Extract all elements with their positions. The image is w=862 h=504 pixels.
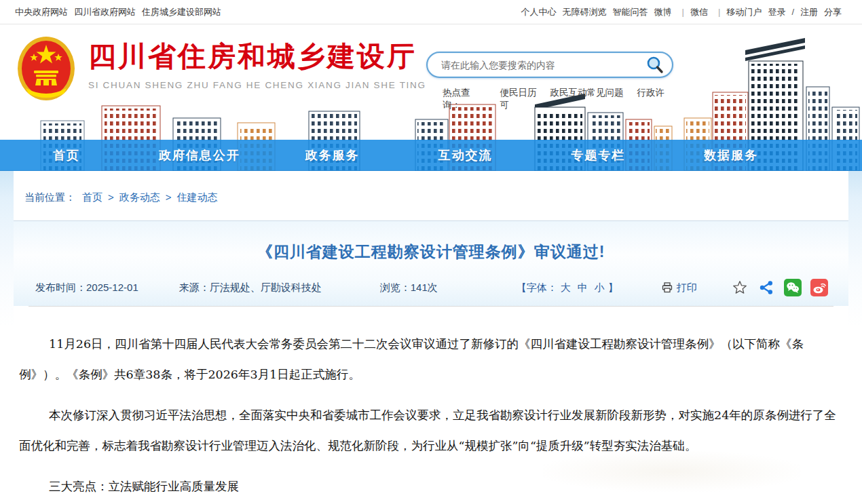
breadcrumb-link[interactable]: 住建动态 bbox=[177, 191, 218, 203]
breadcrumb: 当前位置： 首页>政务动态>住建动态 bbox=[14, 171, 848, 220]
separator: / bbox=[791, 7, 794, 17]
topbar-link[interactable]: 无障碍浏览 bbox=[563, 6, 607, 18]
article-paragraph: 本次修订深入贯彻习近平法治思想，全面落实中央和省委城市工作会议要求，立足我省勘察… bbox=[19, 400, 839, 461]
search-button[interactable] bbox=[645, 55, 665, 75]
hot-queries-label: 热点查询： bbox=[443, 87, 485, 111]
article-meta-row: 发布时间：2025-12-01 来源：厅法规处、厅勘设科技处 浏览：141次 【… bbox=[14, 279, 848, 306]
hot-query-links: 便民日历政民互动常见问题行政许可 bbox=[500, 87, 673, 111]
search-icon bbox=[645, 55, 665, 75]
topbar-right-links: 个人中心无障碍浏览智能问答微博|微信|移动门户登录/注册分享 bbox=[515, 6, 842, 18]
favorite-star-icon[interactable] bbox=[731, 279, 749, 296]
national-emblem-icon bbox=[16, 35, 76, 102]
article-paragraph: 三大亮点：立法赋能行业高质量发展 bbox=[19, 471, 839, 502]
search-input[interactable] bbox=[440, 59, 645, 71]
article-title: 《四川省建设工程勘察设计管理条例》审议通过! bbox=[14, 241, 848, 263]
topbar-link[interactable]: 微信 bbox=[690, 6, 708, 18]
nav-item-1[interactable]: 首页 bbox=[0, 140, 133, 170]
breadcrumb-separator: > bbox=[166, 191, 172, 203]
nav-item-3[interactable]: 政务服务 bbox=[266, 140, 399, 170]
content-card: 当前位置： 首页>政务动态>住建动态 《四川省建设工程勘察设计管理条例》审议通过… bbox=[14, 171, 848, 504]
topbar-link[interactable]: 智能问答 bbox=[613, 6, 648, 18]
topbar-link[interactable]: 住房城乡建设部网站 bbox=[142, 6, 221, 18]
font-size-control: 【字体：大中小】 bbox=[517, 282, 618, 294]
font-size-option[interactable]: 大 bbox=[561, 282, 571, 293]
nav-item-5[interactable]: 专题专栏 bbox=[531, 140, 664, 170]
separator: | bbox=[716, 7, 720, 17]
view-count: 浏览：141次 bbox=[380, 282, 438, 294]
topbar-link[interactable]: 个人中心 bbox=[521, 6, 557, 18]
breadcrumb-link[interactable]: 政务动态 bbox=[119, 191, 160, 203]
topbar-link[interactable]: 四川省政府网站 bbox=[74, 6, 136, 18]
article-body: 11月26日，四川省第十四届人民代表大会常务委员会第二十二次会议审议通过了新修订… bbox=[14, 307, 848, 502]
share-icon[interactable] bbox=[757, 279, 775, 296]
topbar-left-links: 中央政府网站四川省政府网站住房城乡建设部网站 bbox=[15, 6, 227, 18]
wechat-icon[interactable] bbox=[784, 279, 802, 296]
nav-item-4[interactable]: 互动交流 bbox=[398, 140, 531, 170]
nav-item-6[interactable]: 数据服务 bbox=[664, 140, 798, 170]
hot-query-link[interactable]: 便民日历 bbox=[500, 88, 536, 98]
article-paragraph: 11月26日，四川省第十四届人民代表大会常务委员会第二十二次会议审议通过了新修订… bbox=[19, 329, 839, 390]
breadcrumb-label: 当前位置： bbox=[24, 191, 75, 204]
article-title-box: 《四川省建设工程勘察设计管理条例》审议通过! 发布时间：2025-12-01 来… bbox=[14, 220, 848, 306]
font-size-option[interactable]: 小 bbox=[595, 282, 605, 293]
breadcrumb-separator: > bbox=[108, 191, 114, 203]
site-name-pinyin: SI CHUAN SHENG ZHU FANG HE CHENG XIANG J… bbox=[88, 80, 426, 90]
topbar-link[interactable]: 登录 bbox=[768, 6, 785, 18]
separator: | bbox=[680, 7, 684, 17]
share-icon-row bbox=[731, 279, 828, 296]
topbar-link[interactable]: 移动门户 bbox=[726, 6, 762, 18]
main-nav: 首页政府信息公开政务服务互动交流专题专栏数据服务 bbox=[0, 140, 862, 171]
article-source: 来源：厅法规处、厅勘设科技处 bbox=[179, 282, 322, 294]
printer-icon bbox=[662, 282, 673, 293]
search-box bbox=[426, 52, 673, 78]
site-name: 四川省住房和城乡建设厅 bbox=[88, 41, 426, 72]
site-logo[interactable]: 四川省住房和城乡建设厅 SI CHUAN SHENG ZHU FANG HE C… bbox=[16, 35, 426, 102]
topbar-link[interactable]: 中央政府网站 bbox=[15, 6, 68, 18]
nav-item-2[interactable]: 政府信息公开 bbox=[133, 140, 266, 170]
breadcrumb-link[interactable]: 首页 bbox=[82, 191, 102, 203]
hot-query-link[interactable]: 政民互动常见问题 bbox=[550, 88, 623, 98]
font-size-option[interactable]: 中 bbox=[578, 282, 588, 293]
publish-time: 发布时间：2025-12-01 bbox=[35, 282, 138, 294]
site-header: 四川省住房和城乡建设厅 SI CHUAN SHENG ZHU FANG HE C… bbox=[0, 24, 862, 171]
topbar-link[interactable]: 注册 bbox=[800, 6, 818, 18]
top-utility-bar: 中央政府网站四川省政府网站住房城乡建设部网站 个人中心无障碍浏览智能问答微博|微… bbox=[0, 0, 862, 24]
page-background: 当前位置： 首页>政务动态>住建动态 《四川省建设工程勘察设计管理条例》审议通过… bbox=[0, 171, 862, 504]
weibo-icon[interactable] bbox=[810, 279, 828, 296]
topbar-link[interactable]: 微博 bbox=[654, 6, 672, 18]
print-button[interactable]: 打印 bbox=[662, 282, 697, 294]
hot-queries: 热点查询： 便民日历政民互动常见问题行政许可 bbox=[426, 87, 673, 111]
breadcrumb-items: 首页>政务动态>住建动态 bbox=[82, 191, 218, 204]
topbar-link[interactable]: 分享 bbox=[824, 6, 842, 18]
